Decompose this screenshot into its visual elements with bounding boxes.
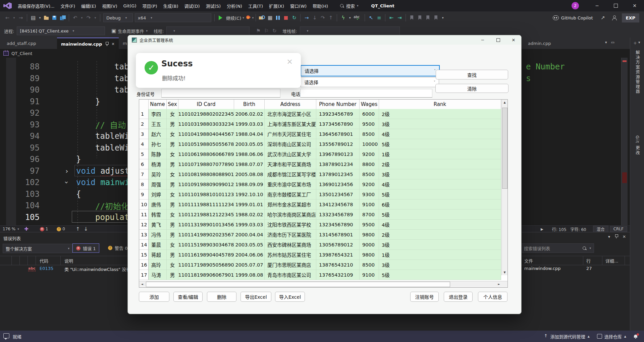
next-issue-icon[interactable]: ↓ [82,226,90,232]
panel-menu-chevron-icon[interactable]: ▾ [608,234,610,239]
tab-admin-cpp[interactable]: admin.cpp [524,38,555,49]
scroll-down-icon[interactable]: ▼ [502,270,507,275]
step-into-icon[interactable]: ↓ [311,15,319,21]
zoom-chevron-icon[interactable]: ▾ [17,227,19,231]
session-button-2[interactable]: 个人信息 [478,292,507,302]
platform-select[interactable]: x64▾ [135,13,211,22]
table-row[interactable]: 16高玲女1101171989050568902005.07.07厦门市思明区某… [139,260,501,270]
table-row[interactable]: 12黄飞男1101131989010134561999.03.03沈阳市铁西区某… [139,220,501,230]
step-out-icon[interactable]: ↑ [327,15,335,21]
warnings-filter-button[interactable]: ! 警告 0 [105,243,131,252]
filter-select-2[interactable]: 请选择 ˅ [301,77,439,87]
column-header-rank[interactable]: Rank [379,100,501,109]
scroll-right-icon[interactable]: ► [496,281,502,287]
dialog-minimize-button[interactable]: ─ [475,35,490,45]
bookmark-clear-icon[interactable] [432,15,440,20]
search-chevron-icon[interactable]: ▾ [357,4,359,7]
spell-check-icon[interactable] [353,15,363,20]
error-code-link[interactable]: E0135 [40,266,53,271]
menu-item[interactable]: 分析(N) [224,1,245,10]
intellicode-menu-icon[interactable]: ▾ [347,16,353,19]
health-indicator-icon[interactable]: ✚ [22,226,31,232]
nav-back-icon[interactable]: ← [3,15,11,21]
scope-select[interactable]: 整个解决方案 ▾ [3,244,72,253]
zoom-level[interactable]: 176 % [3,227,15,231]
notification-badge[interactable]: 2 [572,2,579,9]
column-header-phone-number[interactable]: Phone Number [316,100,360,109]
account-search-icon[interactable] [612,15,616,20]
undo-icon[interactable]: ↶ [71,15,79,21]
float-window-icon[interactable]: ▭ [611,40,614,45]
find-button[interactable]: 查找 [436,70,508,79]
tab-git-changes[interactable]: Git 更改 [634,135,641,155]
github-copilot-button[interactable]: GitHub Copilot [553,15,593,20]
scrollbar-thumb[interactable] [502,108,507,189]
new-file-menu-icon[interactable]: ▾ [37,16,43,19]
chevron-down-icon[interactable]: ▾ [252,16,254,19]
process-select[interactable]: [84516] QT_Client.exe ▾ [17,26,105,35]
flag-filled-icon[interactable]: ⚑ [254,28,262,34]
phone-input[interactable] [300,89,432,98]
feedback-icon[interactable] [3,333,9,338]
bookmark-icon[interactable] [408,15,416,20]
switch-frames-icon[interactable]: ↻ [270,28,278,34]
employee-table[interactable]: ▲ ▼ ◄ ► NameSexID CardBirthAddressPhone … [139,99,508,288]
menu-item[interactable]: 生成(B) [160,1,181,10]
new-file-icon[interactable]: ▤ [29,15,37,21]
table-row[interactable]: 5陈静女1101061988060667891988.06.06武汉市洪山区某大… [139,149,501,159]
target-monitor-icon[interactable]: ▦ [266,15,274,21]
project-name[interactable]: QT_Client [11,51,32,56]
search-box[interactable]: 搜索 ▾ [340,3,359,9]
table-horizontal-scrollbar[interactable]: ◄ ► [139,281,507,287]
continue-button[interactable]: 继续(C)▾ [217,15,244,21]
chevron-down-icon[interactable]: ▾ [146,29,148,33]
bookmark-prev-icon[interactable] [416,15,424,20]
restore-button[interactable] [606,0,625,11]
bookmark-next-icon[interactable] [424,15,432,20]
save-all-icon[interactable] [59,15,67,20]
action-button-0[interactable]: 添加 [139,292,169,302]
action-button-3[interactable]: 导出Excel [240,292,271,302]
share-icon[interactable]: ↗ [599,15,607,21]
table-vertical-scrollbar[interactable]: ▲ ▼ [501,100,507,275]
file-column-header[interactable]: 文件 [524,258,533,264]
errors-filter-button[interactable]: ✕ 错误 1 [72,243,99,253]
toast-close-icon[interactable]: ✕ [287,58,293,66]
tab-mainwindow-cpp[interactable]: mainwindow.cpp✕ [57,38,119,50]
account-chip[interactable]: EXP [622,13,639,22]
menu-item[interactable]: 帮助(H) [310,1,331,10]
tab-add_staff-cpp[interactable]: add_staff.cpp [3,38,40,49]
menu-item[interactable]: 高级保存选项(V)... [15,1,57,10]
pause-icon[interactable] [274,15,282,20]
notifications-button[interactable] [634,334,639,339]
menu-item[interactable]: 窗口(W) [287,1,310,10]
chevron-down-icon[interactable]: ▾ [638,40,640,45]
column-header-birth[interactable]: Birth [234,100,265,109]
table-row[interactable]: 1李四女1101021988020223452006.02.02北京市海淀区某小… [139,109,501,119]
tab-solution-explorer[interactable]: 解决方案资源管理器 [634,50,641,94]
indent-increase-icon[interactable]: ⇥ [395,15,404,21]
table-row[interactable]: 4孙七男1101051988050556782003.05.05深圳市南山区某公… [139,139,501,149]
hot-reload-flame-icon[interactable]: ▾ [244,15,254,20]
open-folder-icon[interactable] [43,15,51,20]
config-select[interactable]: Debug▾ [103,13,133,22]
prev-issue-icon[interactable]: ↑ [74,226,82,232]
menu-item[interactable]: 文件(F) [57,1,78,10]
menu-item[interactable]: 测试(S) [203,1,224,10]
nav-back-menu-icon[interactable]: ▾ [11,16,17,19]
intellicode-icon[interactable]: ϟ [339,15,347,21]
add-tab-icon[interactable]: ＋ [633,40,637,46]
id-card-input[interactable] [161,89,280,98]
scrollbar-thumb[interactable] [146,282,450,287]
select-pointer-icon[interactable]: ↖ [367,15,375,21]
menu-item[interactable]: 调试(D) [181,1,203,10]
action-button-4[interactable]: 导入Excel [275,292,305,302]
clear-button[interactable]: 清除 [435,84,508,93]
menu-item[interactable]: 项目(P) [139,1,160,10]
menu-item[interactable]: 工具(T) [245,1,266,10]
dialog-close-button[interactable]: ✕ [506,35,521,45]
close-panel-icon[interactable]: ✕ [623,234,626,239]
session-button-0[interactable]: 注销账号 [410,292,439,302]
add-to-source-control-button[interactable]: 添加到源代码管理 ▲ [544,333,590,340]
redo-icon[interactable]: ↷ [85,15,93,21]
